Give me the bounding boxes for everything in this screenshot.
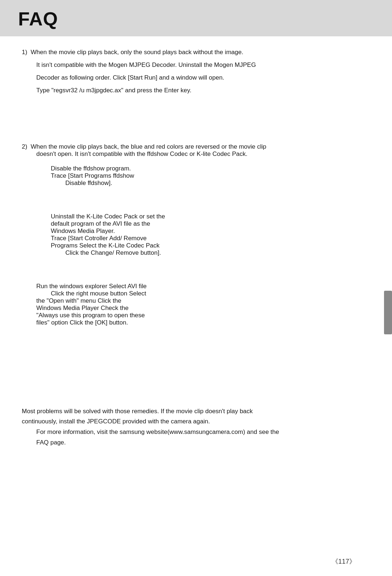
item1-line1: It isn't compatible with the Mogen MJPEG… xyxy=(22,60,370,71)
spacer-4 xyxy=(22,267,370,275)
footer-line3: For more information, visit the samsung … xyxy=(22,427,370,438)
spacer-2 xyxy=(22,129,370,143)
ffdshow-line1: Disable the ffdshow program. xyxy=(51,165,370,172)
page-container: FAQ 1) When the movie clip plays back, o… xyxy=(0,0,392,576)
spacer-6 xyxy=(22,352,370,366)
spacer-7 xyxy=(22,366,370,381)
klite-line5: Programs Select the K-Lite Codec Pack xyxy=(51,242,370,249)
item2-intro2: doesn't open. It isn't compatible with t… xyxy=(22,150,370,158)
klite-line1: Uninstall the K-Lite Codec Pack or set t… xyxy=(51,213,370,220)
section-1: 1) When the movie clip plays back, only … xyxy=(22,47,370,96)
page-title: FAQ xyxy=(18,8,374,30)
klite-line6: Click the Change/ Remove button]. xyxy=(51,249,370,257)
scrollbar-thumb[interactable] xyxy=(384,291,392,334)
explorer-line2: Click the right mouse button Select xyxy=(36,290,370,297)
ffdshow-line2: Trace [Start Programs ffdshow xyxy=(51,172,370,180)
spacer-1 xyxy=(22,114,370,129)
footer-line4: FAQ page. xyxy=(22,438,370,448)
section-2: 2) When the movie clip plays back, the b… xyxy=(22,143,370,326)
subsection-ffdshow: Disable the ffdshow program. Trace [Star… xyxy=(22,165,370,187)
header-section: FAQ xyxy=(0,0,392,36)
item1-intro: 1) When the movie clip plays back, only … xyxy=(22,47,370,58)
content-area: 1) When the movie clip plays back, only … xyxy=(0,47,392,470)
explorer-line5: "Always use this program to open these xyxy=(36,312,370,319)
klite-line3: Windows Media Player. xyxy=(51,227,370,235)
klite-line2: default program of the AVI file as the xyxy=(51,220,370,227)
subsection-klite: Uninstall the K-Lite Codec Pack or set t… xyxy=(22,213,370,257)
footer-line2: continuously, install the JPEGCODE provi… xyxy=(22,416,370,427)
footer-section: Most problems will be solved with those … xyxy=(22,403,370,448)
explorer-line3: the "Open with" menu Click the xyxy=(36,297,370,305)
item1-line2: Decoder as following order. Click [Start… xyxy=(22,73,370,83)
explorer-line4: Windows Media Player Check the xyxy=(36,305,370,312)
ffdshow-line3: Disable ffdshow]. xyxy=(51,180,370,187)
explorer-line6: files" option Click the [OK] button. xyxy=(36,319,370,326)
footer-line1: Most problems will be solved with those … xyxy=(22,406,370,417)
spacer-3 xyxy=(22,197,370,206)
item2-intro: 2) When the movie clip plays back, the b… xyxy=(22,143,370,150)
page-number: 《117》 xyxy=(332,557,356,566)
klite-line4: Trace [Start Cotroller Add/ Remove xyxy=(51,235,370,242)
item-1-content: 1) When the movie clip plays back, only … xyxy=(22,47,370,96)
spacer-5 xyxy=(22,337,370,352)
item1-line3: Type "regsvr32 /u m3jpgdec.ax" and press… xyxy=(22,85,370,96)
explorer-line1: Run the windows explorer Select AVI file xyxy=(36,283,370,290)
subsection-explorer: Run the windows explorer Select AVI file… xyxy=(22,283,370,326)
